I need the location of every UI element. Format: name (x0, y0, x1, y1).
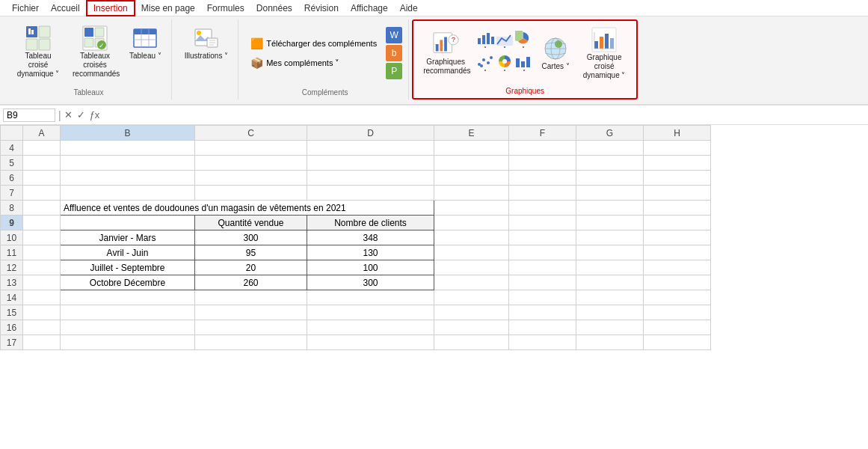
cell-E16[interactable] (434, 320, 509, 335)
cell-G4[interactable] (576, 141, 644, 156)
cell-H15[interactable] (644, 305, 711, 320)
cell-C11[interactable]: 95 (195, 245, 307, 260)
cell-F4[interactable] (509, 141, 576, 156)
col-header-E[interactable]: E (434, 126, 509, 141)
cell-H11[interactable] (644, 245, 711, 260)
btn-illustrations[interactable]: Illustrations ˅ (181, 22, 232, 63)
cell-E7[interactable] (434, 186, 509, 201)
cell-B6[interactable] (61, 171, 195, 186)
cell-C5[interactable] (195, 156, 307, 171)
cell-A9[interactable] (23, 216, 61, 230)
cell-A12[interactable] (23, 260, 61, 275)
cell-D17[interactable] (307, 335, 434, 350)
cell-H12[interactable] (644, 260, 711, 275)
cell-C16[interactable] (195, 320, 307, 335)
cell-B8-title[interactable]: Affluence et ventes de doudounes d'un ma… (61, 201, 434, 216)
cell-D5[interactable] (307, 156, 434, 171)
cell-A10[interactable] (23, 230, 61, 245)
cell-E15[interactable] (434, 305, 509, 320)
cell-C9[interactable]: Quantité vendue (195, 216, 307, 230)
cell-E4[interactable] (434, 141, 509, 156)
cell-F15[interactable] (509, 305, 576, 320)
cell-A11[interactable] (23, 245, 61, 260)
cell-reference[interactable] (3, 109, 55, 122)
cell-A5[interactable] (23, 156, 61, 171)
col-header-A[interactable]: A (23, 126, 61, 141)
menu-aide[interactable]: Aide (394, 1, 424, 15)
formula-input[interactable] (102, 109, 865, 121)
cell-A4[interactable] (23, 141, 61, 156)
cell-C4[interactable] (195, 141, 307, 156)
cell-E9[interactable] (434, 216, 509, 230)
cell-D13[interactable]: 300 (307, 275, 434, 290)
btn-line-chart[interactable]: ˅ (496, 31, 514, 52)
menu-donnees[interactable]: Données (250, 1, 298, 15)
cell-E10[interactable] (434, 230, 509, 245)
cell-B11[interactable]: Avril - Juin (61, 245, 195, 260)
cell-C6[interactable] (195, 171, 307, 186)
cell-D12[interactable]: 100 (307, 260, 434, 275)
cell-F13[interactable] (509, 275, 576, 290)
col-header-B[interactable]: B (61, 126, 195, 141)
cell-G15[interactable] (576, 305, 644, 320)
col-header-F[interactable]: F (509, 126, 576, 141)
cell-H10[interactable] (644, 230, 711, 245)
cell-G8[interactable] (576, 201, 644, 216)
cell-D15[interactable] (307, 305, 434, 320)
cell-E8[interactable] (434, 201, 509, 216)
cell-B13[interactable]: Octobre Décembre (61, 275, 195, 290)
btn-cartes[interactable]: Cartes ˅ (538, 33, 573, 73)
menu-mise-en-page[interactable]: Mise en page (135, 1, 201, 15)
cell-C17[interactable] (195, 335, 307, 350)
cell-D10[interactable]: 348 (307, 230, 434, 245)
cell-E5[interactable] (434, 156, 509, 171)
btn-tableau[interactable]: Tableau ˅ (126, 22, 165, 63)
cell-H9[interactable] (644, 216, 711, 230)
btn-tableau-croise[interactable]: Tableau croisédynamique ˅ (12, 22, 64, 81)
cell-F8[interactable] (509, 201, 576, 216)
cell-A15[interactable] (23, 305, 61, 320)
cell-B16[interactable] (61, 320, 195, 335)
menu-formules[interactable]: Formules (201, 1, 250, 15)
cell-F7[interactable] (509, 186, 576, 201)
cell-A7[interactable] (23, 186, 61, 201)
btn-bar-chart[interactable]: ˅ (476, 31, 494, 52)
cell-G10[interactable] (576, 230, 644, 245)
cell-H13[interactable] (644, 275, 711, 290)
menu-fichier[interactable]: Fichier (6, 1, 45, 15)
cell-A16[interactable] (23, 320, 61, 335)
col-header-D[interactable]: D (307, 126, 434, 141)
cell-A6[interactable] (23, 171, 61, 186)
cell-G7[interactable] (576, 186, 644, 201)
cell-C7[interactable] (195, 186, 307, 201)
cell-F12[interactable] (509, 260, 576, 275)
cell-F14[interactable] (509, 290, 576, 305)
addon-icon-2[interactable]: b (386, 45, 402, 61)
cell-D7[interactable] (307, 186, 434, 201)
cell-H6[interactable] (644, 171, 711, 186)
cell-E11[interactable] (434, 245, 509, 260)
btn-graphiques-recommandes[interactable]: ? Graphiquesrecommandés (419, 28, 472, 78)
cell-F10[interactable] (509, 230, 576, 245)
cell-F17[interactable] (509, 335, 576, 350)
cell-H8[interactable] (644, 201, 711, 216)
cell-B10[interactable]: Janvier - Mars (61, 230, 195, 245)
col-header-C[interactable]: C (195, 126, 307, 141)
cell-E13[interactable] (434, 275, 509, 290)
cell-B5[interactable] (61, 156, 195, 171)
btn-hierarchy-chart[interactable]: ˅ (496, 54, 514, 76)
cell-B4[interactable] (61, 141, 195, 156)
cell-E17[interactable] (434, 335, 509, 350)
formula-function-icon[interactable]: ƒx (90, 109, 100, 120)
menu-insertion[interactable]: Insertion (86, 0, 135, 16)
cell-F6[interactable] (509, 171, 576, 186)
addon-icon-1[interactable]: W (386, 27, 402, 43)
sheet-area[interactable]: A B C D E F G H 4 (0, 125, 868, 350)
cell-G14[interactable] (576, 290, 644, 305)
cell-G12[interactable] (576, 260, 644, 275)
menu-affichage[interactable]: Affichage (345, 1, 394, 15)
cell-B7[interactable] (61, 186, 195, 201)
cell-H5[interactable] (644, 156, 711, 171)
cell-C15[interactable] (195, 305, 307, 320)
menu-accueil[interactable]: Accueil (45, 1, 86, 15)
